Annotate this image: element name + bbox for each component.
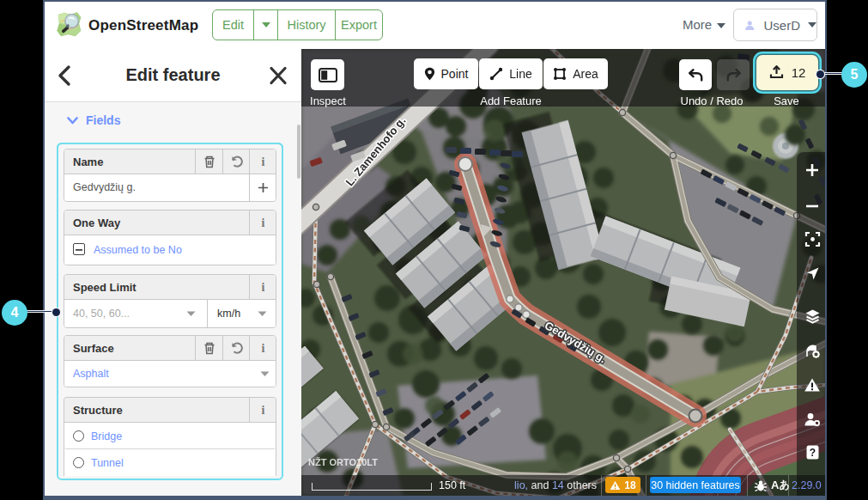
svg-text:NŽT ORTO10LT: NŽT ORTO10LT	[308, 457, 378, 467]
svg-text:?: ?	[809, 447, 815, 459]
